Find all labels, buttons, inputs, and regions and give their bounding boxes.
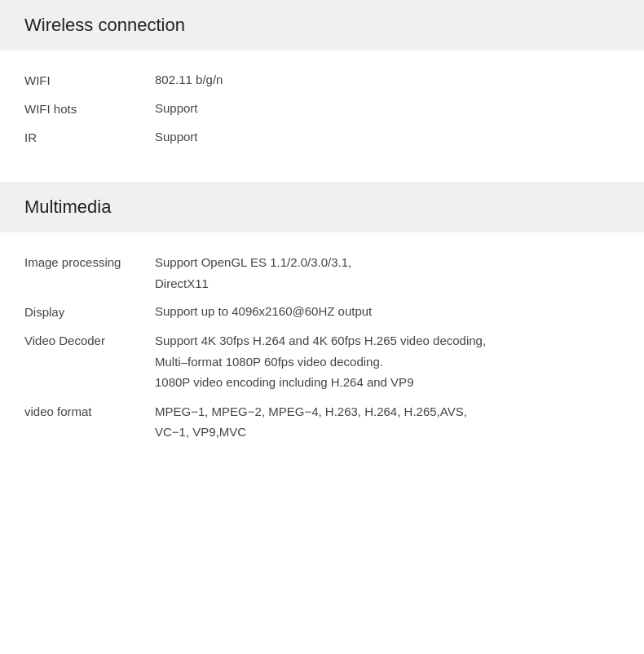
display-value: Support up to 4096x2160@60HZ output xyxy=(155,302,620,321)
multimedia-section: Multimedia Image processing Support Open… xyxy=(0,182,644,477)
wifi-row: WIFI 802.11 b/g/n xyxy=(24,70,620,91)
video-decoder-line-1: Support 4K 30fps H.264 and 4K 60fps H.26… xyxy=(155,330,620,351)
video-format-label: video format xyxy=(24,401,155,422)
multimedia-header: Multimedia xyxy=(0,182,644,232)
video-decoder-label: Video Decoder xyxy=(24,330,155,351)
wireless-header: Wireless connection xyxy=(0,0,644,51)
image-processing-line-2: DirectX11 xyxy=(155,273,620,294)
video-decoder-line-2: Multi–format 1080P 60fps video decoding. xyxy=(155,351,620,373)
image-processing-label: Image processing xyxy=(24,252,155,272)
wifi-hots-label: WIFI hots xyxy=(24,99,155,119)
video-format-value: MPEG−1, MPEG−2, MPEG−4, H.263, H.264, H.… xyxy=(155,401,620,443)
image-processing-line-1: Support OpenGL ES 1.1/2.0/3.0/3.1, xyxy=(155,252,620,273)
wireless-content: WIFI 802.11 b/g/n WIFI hots Support IR S… xyxy=(0,51,644,182)
wifi-value: 802.11 b/g/n xyxy=(155,70,620,90)
wireless-title: Wireless connection xyxy=(24,15,185,35)
video-format-line-2: VC−1, VP9,MVC xyxy=(155,422,620,443)
video-decoder-line-3: 1080P video encoding including H.264 and… xyxy=(155,372,620,393)
video-decoder-row: Video Decoder Support 4K 30fps H.264 and… xyxy=(24,330,620,393)
display-label: Display xyxy=(24,302,155,322)
display-row: Display Support up to 4096x2160@60HZ out… xyxy=(24,302,620,322)
wifi-label: WIFI xyxy=(24,70,155,91)
ir-value: Support xyxy=(155,127,620,147)
ir-label: IR xyxy=(24,127,155,148)
wifi-hots-value: Support xyxy=(155,99,620,118)
wifi-hots-row: WIFI hots Support xyxy=(24,99,620,119)
video-decoder-value: Support 4K 30fps H.264 and 4K 60fps H.26… xyxy=(155,330,620,393)
multimedia-title: Multimedia xyxy=(24,197,111,217)
video-format-line-1: MPEG−1, MPEG−2, MPEG−4, H.263, H.264, H.… xyxy=(155,401,620,422)
video-format-row: video format MPEG−1, MPEG−2, MPEG−4, H.2… xyxy=(24,401,620,443)
ir-row: IR Support xyxy=(24,127,620,148)
image-processing-row: Image processing Support OpenGL ES 1.1/2… xyxy=(24,252,620,294)
wireless-section: Wireless connection WIFI 802.11 b/g/n WI… xyxy=(0,0,644,182)
image-processing-value: Support OpenGL ES 1.1/2.0/3.0/3.1, Direc… xyxy=(155,252,620,294)
multimedia-content: Image processing Support OpenGL ES 1.1/2… xyxy=(0,232,644,477)
